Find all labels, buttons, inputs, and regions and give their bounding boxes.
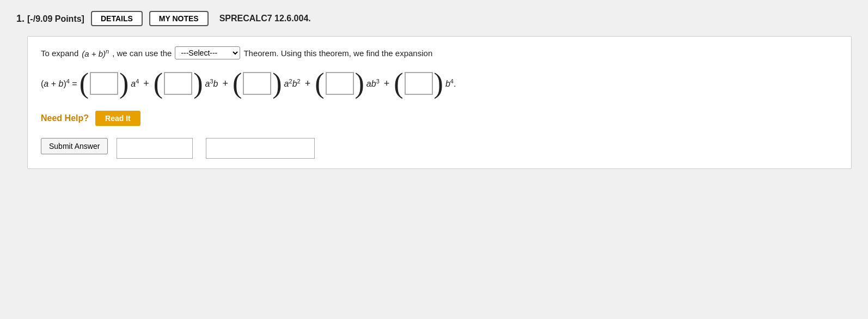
term-3-coeff: ( ) xyxy=(233,69,282,98)
details-button[interactable]: DETAILS xyxy=(91,11,143,26)
close-paren-1: ) xyxy=(119,69,129,98)
need-help-label: Need Help? xyxy=(41,113,89,123)
close-paren-5: ) xyxy=(434,69,443,98)
term-5-suffix: b4. xyxy=(445,78,456,89)
intro-part1: To expand xyxy=(41,49,78,58)
submit-row: Submit Answer xyxy=(41,138,838,159)
close-paren-4: ) xyxy=(355,69,364,98)
close-paren-2: ) xyxy=(193,69,203,98)
open-paren-3: ( xyxy=(233,69,242,98)
expression: (a + b)n xyxy=(82,48,109,58)
plus-1: + xyxy=(141,78,151,89)
read-it-button[interactable]: Read It xyxy=(95,111,140,126)
input-coeff-3[interactable] xyxy=(243,72,271,95)
next-box-2 xyxy=(206,138,315,159)
close-paren-3: ) xyxy=(272,69,282,98)
plus-2: + xyxy=(220,78,230,89)
page-container: 1. [-/9.09 Points] DETAILS MY NOTES SPRE… xyxy=(0,0,868,319)
intro-part2: , we can use the xyxy=(112,49,172,58)
question-number: 1. [-/9.09 Points] xyxy=(16,13,84,25)
my-notes-button[interactable]: MY NOTES xyxy=(149,11,209,26)
input-coeff-2[interactable] xyxy=(164,72,192,95)
math-equation-row: (a + b)4 = ( ) a4 + ( ) a3b + ( ) xyxy=(41,69,838,98)
term-4-coeff: ( ) xyxy=(315,69,364,98)
input-coeff-4[interactable] xyxy=(326,72,354,95)
term-1-suffix: a4 xyxy=(131,78,139,89)
plus-4: + xyxy=(382,78,392,89)
term-5-coeff: ( ) xyxy=(394,69,443,98)
term-2-suffix: a3b xyxy=(205,78,218,89)
plus-3: + xyxy=(303,78,313,89)
open-paren-2: ( xyxy=(154,69,163,98)
term-3-suffix: a2b2 xyxy=(284,78,301,89)
term-1-coeff: ( ) xyxy=(80,69,129,98)
submit-answer-button[interactable]: Submit Answer xyxy=(41,138,108,154)
equation-label: (a + b)4 = xyxy=(41,78,77,89)
open-paren-1: ( xyxy=(80,69,89,98)
intro-text: To expand (a + b)n , we can use the ---S… xyxy=(41,46,838,59)
need-help-row: Need Help? Read It xyxy=(41,111,838,126)
question-body: To expand (a + b)n , we can use the ---S… xyxy=(27,36,852,169)
question-header: 1. [-/9.09 Points] DETAILS MY NOTES SPRE… xyxy=(16,11,852,26)
input-coeff-1[interactable] xyxy=(90,72,118,95)
theorem-select[interactable]: ---Select--- Binomial Multinomial Expans… xyxy=(175,46,240,59)
term-2-coeff: ( ) xyxy=(154,69,203,98)
open-paren-4: ( xyxy=(315,69,324,98)
open-paren-5: ( xyxy=(394,69,403,98)
intro-part3: Theorem. Using this theorem, we find the… xyxy=(243,49,432,58)
term-4-suffix: ab3 xyxy=(366,78,380,89)
next-box-1 xyxy=(117,138,193,159)
question-code: SPRECALC7 12.6.004. xyxy=(219,14,311,23)
input-coeff-5[interactable] xyxy=(405,72,433,95)
